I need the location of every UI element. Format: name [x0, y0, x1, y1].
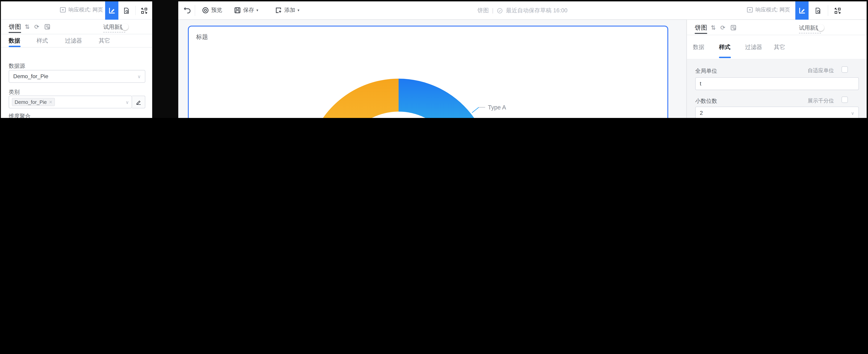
panel-view-icon[interactable]: [44, 24, 50, 30]
sort-icon[interactable]: ⇅: [711, 24, 716, 31]
chart-edit-mode-button[interactable]: [105, 1, 118, 20]
decimal-label: 小数位数: [695, 97, 717, 105]
add-widget-icon: [275, 7, 282, 13]
response-mode-label: 响应模式: 网页: [755, 6, 790, 13]
right-panel-header: 饼图 ⇅ ⟳ 试用新版: [687, 20, 867, 35]
chart-edit-mode-button[interactable]: [795, 1, 808, 20]
thousands-label: 展示千分位: [808, 97, 834, 104]
style-content: 全局单位 自适应单位 小数位数 展示千分位 2 ∨ 布局比例 自动 ✓ 2:83…: [687, 59, 867, 118]
toolbar-divider: [135, 6, 136, 15]
preview-icon: [202, 7, 209, 13]
pie-chart-widget[interactable]: 标题 Type AType BType CType D 4.26 t Type …: [188, 26, 668, 118]
active-tab-indicator: [9, 46, 21, 47]
chevron-down-icon: ∨: [851, 111, 854, 116]
doc-title-text: 饼图: [477, 7, 489, 14]
left-config-panel: 响应模式: 网页 饼图 ⇅ ⟳: [1, 1, 152, 118]
slice-label: Type A: [488, 104, 506, 111]
response-mode-indicator[interactable]: 响应模式: 网页: [746, 6, 790, 13]
caret-down-icon: ▾: [298, 8, 300, 12]
caret-down-icon: ▾: [256, 8, 258, 12]
panel-title: 饼图: [695, 24, 707, 34]
refresh-icon[interactable]: ⟳: [720, 24, 725, 31]
category-edit-button[interactable]: [132, 95, 145, 108]
add-button[interactable]: 添加 ▾: [275, 6, 300, 14]
adaptive-unit-checkbox[interactable]: [841, 66, 848, 73]
chart-edit-icon: [108, 7, 116, 14]
decimal-select[interactable]: 2 ∨: [695, 107, 859, 118]
tab-style[interactable]: 样式: [719, 43, 731, 51]
add-label: 添加: [284, 6, 295, 14]
decimal-value: 2: [700, 110, 703, 116]
tab-filter[interactable]: 过滤器: [65, 37, 82, 45]
left-panel-tabs: 数据 样式 过滤器 其它: [1, 34, 152, 47]
pencil-icon: [135, 99, 142, 105]
app-root: 响应模式: 网页 饼图 ⇅ ⟳: [0, 0, 868, 118]
preview-button[interactable]: 预览: [202, 6, 222, 14]
panel-view-icon[interactable]: [730, 25, 736, 31]
panel-title: 饼图: [9, 23, 21, 33]
main-toolbar: 预览 保存 ▾ 添加 ▾ 饼图 | 最近自动保存草稿 16:00 响应模式: 网…: [178, 1, 867, 20]
expand-icon: [141, 7, 147, 14]
tab-style[interactable]: 样式: [37, 37, 48, 45]
response-mode-indicator[interactable]: 响应模式: 网页: [59, 6, 103, 13]
category-label: 类别: [9, 88, 20, 96]
label-line-colored: [472, 107, 479, 113]
doc-title: 饼图 | 最近自动保存草稿 16:00: [477, 7, 567, 14]
tab-filter[interactable]: 过滤器: [745, 43, 762, 51]
responsive-device-icon: [746, 6, 753, 13]
left-top-toolbar: 响应模式: 网页: [1, 1, 152, 20]
autosave-label: 最近自动保存草稿 16:00: [506, 7, 567, 14]
sort-icon[interactable]: ⇅: [25, 23, 30, 30]
datasource-label: 数据源: [9, 62, 25, 70]
response-mode-label: 响应模式: 网页: [69, 6, 103, 13]
frame-top-edge: [0, 0, 868, 1]
autosave-clock-icon: [497, 7, 503, 13]
fullscreen-button[interactable]: [138, 5, 150, 16]
tab-data[interactable]: 数据: [9, 37, 20, 45]
separator-band: [152, 0, 178, 118]
frame-right-edge: [867, 0, 868, 118]
right-panel-tabs: 数据 样式 过滤器 其它: [687, 35, 867, 59]
right-style-panel: 饼图 ⇅ ⟳ 试用新版 数据 样式 过滤器 其它 全局单位 自适应单位 小数位数…: [687, 20, 867, 118]
category-tag-label: Demo_for_Pie: [14, 99, 47, 105]
donut-chart: Type AType BType CType D: [189, 27, 667, 118]
chart-edit-icon: [798, 7, 806, 14]
category-select[interactable]: Demo_for_Pie× ∨: [9, 95, 132, 108]
refresh-icon[interactable]: ⟳: [34, 23, 39, 30]
chevron-down-icon: ∨: [125, 99, 129, 105]
tab-other[interactable]: 其它: [99, 37, 110, 45]
expand-icon: [834, 7, 841, 14]
undo-icon[interactable]: [183, 5, 192, 15]
tab-other[interactable]: 其它: [774, 43, 785, 51]
fullscreen-button[interactable]: [832, 5, 843, 16]
datasource-value: Demo_for_Pie: [13, 73, 48, 80]
active-tab-indicator: [719, 57, 731, 58]
doc-search-icon: [814, 7, 821, 14]
global-unit-label: 全局单位: [695, 67, 717, 75]
adaptive-unit-label: 自适应单位: [808, 67, 834, 74]
dim-agg-label: 维度聚合: [9, 113, 31, 118]
responsive-device-icon: [59, 6, 66, 13]
chevron-down-icon: ∨: [137, 74, 141, 79]
preview-label: 预览: [211, 6, 222, 14]
doc-preview-button[interactable]: [812, 5, 823, 16]
tab-data[interactable]: 数据: [693, 43, 705, 51]
unit-input[interactable]: [695, 77, 859, 90]
doc-search-icon: [123, 7, 129, 14]
remove-tag-icon[interactable]: ×: [49, 99, 52, 105]
save-label: 保存: [243, 6, 254, 14]
thousands-checkbox[interactable]: [841, 96, 848, 103]
category-tag[interactable]: Demo_for_Pie×: [12, 98, 55, 106]
datasource-select[interactable]: Demo_for_Pie ∨: [9, 70, 145, 83]
save-button[interactable]: 保存 ▾: [234, 6, 258, 14]
doc-preview-button[interactable]: [121, 5, 132, 16]
dashboard-canvas: 标题 Type AType BType CType D 4.26 t Type …: [178, 20, 687, 118]
left-panel-header: 饼图 ⇅ ⟳ 试用新版: [1, 20, 152, 34]
save-icon: [234, 7, 241, 13]
pie-segment-type-a[interactable]: [399, 79, 491, 118]
